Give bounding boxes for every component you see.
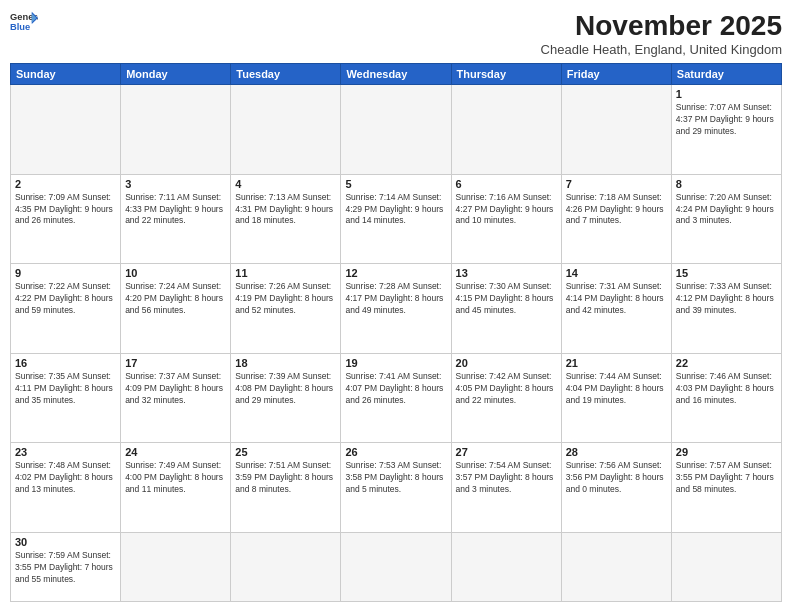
day-info: Sunrise: 7:54 AM Sunset: 3:57 PM Dayligh… bbox=[456, 460, 557, 496]
day-number: 22 bbox=[676, 357, 777, 369]
day-number: 25 bbox=[235, 446, 336, 458]
day-number: 4 bbox=[235, 178, 336, 190]
calendar-cell: 10Sunrise: 7:24 AM Sunset: 4:20 PM Dayli… bbox=[121, 264, 231, 354]
day-info: Sunrise: 7:42 AM Sunset: 4:05 PM Dayligh… bbox=[456, 371, 557, 407]
calendar-cell: 25Sunrise: 7:51 AM Sunset: 3:59 PM Dayli… bbox=[231, 443, 341, 533]
day-number: 10 bbox=[125, 267, 226, 279]
day-number: 21 bbox=[566, 357, 667, 369]
calendar-cell bbox=[231, 85, 341, 175]
calendar-cell: 23Sunrise: 7:48 AM Sunset: 4:02 PM Dayli… bbox=[11, 443, 121, 533]
day-info: Sunrise: 7:16 AM Sunset: 4:27 PM Dayligh… bbox=[456, 192, 557, 228]
calendar-cell: 12Sunrise: 7:28 AM Sunset: 4:17 PM Dayli… bbox=[341, 264, 451, 354]
day-number: 5 bbox=[345, 178, 446, 190]
logo-icon: General Blue bbox=[10, 10, 38, 32]
day-info: Sunrise: 7:53 AM Sunset: 3:58 PM Dayligh… bbox=[345, 460, 446, 496]
calendar-cell: 26Sunrise: 7:53 AM Sunset: 3:58 PM Dayli… bbox=[341, 443, 451, 533]
calendar-cell: 30Sunrise: 7:59 AM Sunset: 3:55 PM Dayli… bbox=[11, 533, 121, 602]
day-info: Sunrise: 7:18 AM Sunset: 4:26 PM Dayligh… bbox=[566, 192, 667, 228]
day-number: 3 bbox=[125, 178, 226, 190]
day-info: Sunrise: 7:26 AM Sunset: 4:19 PM Dayligh… bbox=[235, 281, 336, 317]
day-info: Sunrise: 7:09 AM Sunset: 4:35 PM Dayligh… bbox=[15, 192, 116, 228]
day-info: Sunrise: 7:51 AM Sunset: 3:59 PM Dayligh… bbox=[235, 460, 336, 496]
day-number: 20 bbox=[456, 357, 557, 369]
day-number: 2 bbox=[15, 178, 116, 190]
calendar-week-5: 23Sunrise: 7:48 AM Sunset: 4:02 PM Dayli… bbox=[11, 443, 782, 533]
day-info: Sunrise: 7:56 AM Sunset: 3:56 PM Dayligh… bbox=[566, 460, 667, 496]
calendar-cell: 2Sunrise: 7:09 AM Sunset: 4:35 PM Daylig… bbox=[11, 174, 121, 264]
calendar-cell bbox=[671, 533, 781, 602]
calendar-header-row: SundayMondayTuesdayWednesdayThursdayFrid… bbox=[11, 64, 782, 85]
day-number: 12 bbox=[345, 267, 446, 279]
calendar-cell: 28Sunrise: 7:56 AM Sunset: 3:56 PM Dayli… bbox=[561, 443, 671, 533]
calendar-cell bbox=[561, 533, 671, 602]
calendar-cell: 6Sunrise: 7:16 AM Sunset: 4:27 PM Daylig… bbox=[451, 174, 561, 264]
day-info: Sunrise: 7:11 AM Sunset: 4:33 PM Dayligh… bbox=[125, 192, 226, 228]
day-number: 11 bbox=[235, 267, 336, 279]
calendar-cell: 22Sunrise: 7:46 AM Sunset: 4:03 PM Dayli… bbox=[671, 353, 781, 443]
title-area: November 2025 Cheadle Heath, England, Un… bbox=[541, 10, 782, 57]
day-info: Sunrise: 7:28 AM Sunset: 4:17 PM Dayligh… bbox=[345, 281, 446, 317]
day-info: Sunrise: 7:49 AM Sunset: 4:00 PM Dayligh… bbox=[125, 460, 226, 496]
calendar-week-4: 16Sunrise: 7:35 AM Sunset: 4:11 PM Dayli… bbox=[11, 353, 782, 443]
day-info: Sunrise: 7:13 AM Sunset: 4:31 PM Dayligh… bbox=[235, 192, 336, 228]
day-info: Sunrise: 7:48 AM Sunset: 4:02 PM Dayligh… bbox=[15, 460, 116, 496]
day-number: 14 bbox=[566, 267, 667, 279]
calendar-cell bbox=[11, 85, 121, 175]
calendar-cell: 20Sunrise: 7:42 AM Sunset: 4:05 PM Dayli… bbox=[451, 353, 561, 443]
logo: General Blue bbox=[10, 10, 38, 32]
day-number: 27 bbox=[456, 446, 557, 458]
day-number: 16 bbox=[15, 357, 116, 369]
day-info: Sunrise: 7:44 AM Sunset: 4:04 PM Dayligh… bbox=[566, 371, 667, 407]
day-number: 28 bbox=[566, 446, 667, 458]
calendar-week-6: 30Sunrise: 7:59 AM Sunset: 3:55 PM Dayli… bbox=[11, 533, 782, 602]
calendar-cell bbox=[341, 533, 451, 602]
day-info: Sunrise: 7:24 AM Sunset: 4:20 PM Dayligh… bbox=[125, 281, 226, 317]
calendar-cell: 14Sunrise: 7:31 AM Sunset: 4:14 PM Dayli… bbox=[561, 264, 671, 354]
day-info: Sunrise: 7:39 AM Sunset: 4:08 PM Dayligh… bbox=[235, 371, 336, 407]
calendar-header-sunday: Sunday bbox=[11, 64, 121, 85]
day-number: 1 bbox=[676, 88, 777, 100]
day-info: Sunrise: 7:07 AM Sunset: 4:37 PM Dayligh… bbox=[676, 102, 777, 138]
calendar-cell: 27Sunrise: 7:54 AM Sunset: 3:57 PM Dayli… bbox=[451, 443, 561, 533]
day-info: Sunrise: 7:20 AM Sunset: 4:24 PM Dayligh… bbox=[676, 192, 777, 228]
calendar-header-tuesday: Tuesday bbox=[231, 64, 341, 85]
day-number: 24 bbox=[125, 446, 226, 458]
day-info: Sunrise: 7:31 AM Sunset: 4:14 PM Dayligh… bbox=[566, 281, 667, 317]
calendar-cell: 18Sunrise: 7:39 AM Sunset: 4:08 PM Dayli… bbox=[231, 353, 341, 443]
calendar-week-1: 1Sunrise: 7:07 AM Sunset: 4:37 PM Daylig… bbox=[11, 85, 782, 175]
day-info: Sunrise: 7:33 AM Sunset: 4:12 PM Dayligh… bbox=[676, 281, 777, 317]
header: General Blue November 2025 Cheadle Heath… bbox=[10, 10, 782, 57]
day-number: 26 bbox=[345, 446, 446, 458]
day-number: 17 bbox=[125, 357, 226, 369]
day-number: 7 bbox=[566, 178, 667, 190]
calendar-cell: 13Sunrise: 7:30 AM Sunset: 4:15 PM Dayli… bbox=[451, 264, 561, 354]
calendar-header-monday: Monday bbox=[121, 64, 231, 85]
day-info: Sunrise: 7:35 AM Sunset: 4:11 PM Dayligh… bbox=[15, 371, 116, 407]
day-info: Sunrise: 7:57 AM Sunset: 3:55 PM Dayligh… bbox=[676, 460, 777, 496]
day-number: 18 bbox=[235, 357, 336, 369]
location: Cheadle Heath, England, United Kingdom bbox=[541, 42, 782, 57]
calendar-cell bbox=[121, 85, 231, 175]
calendar-header-friday: Friday bbox=[561, 64, 671, 85]
calendar-header-wednesday: Wednesday bbox=[341, 64, 451, 85]
day-number: 29 bbox=[676, 446, 777, 458]
calendar-cell: 5Sunrise: 7:14 AM Sunset: 4:29 PM Daylig… bbox=[341, 174, 451, 264]
day-number: 9 bbox=[15, 267, 116, 279]
calendar-cell: 3Sunrise: 7:11 AM Sunset: 4:33 PM Daylig… bbox=[121, 174, 231, 264]
calendar-cell bbox=[231, 533, 341, 602]
calendar-cell: 1Sunrise: 7:07 AM Sunset: 4:37 PM Daylig… bbox=[671, 85, 781, 175]
day-info: Sunrise: 7:14 AM Sunset: 4:29 PM Dayligh… bbox=[345, 192, 446, 228]
calendar-week-2: 2Sunrise: 7:09 AM Sunset: 4:35 PM Daylig… bbox=[11, 174, 782, 264]
calendar-cell: 17Sunrise: 7:37 AM Sunset: 4:09 PM Dayli… bbox=[121, 353, 231, 443]
day-info: Sunrise: 7:22 AM Sunset: 4:22 PM Dayligh… bbox=[15, 281, 116, 317]
calendar-cell: 21Sunrise: 7:44 AM Sunset: 4:04 PM Dayli… bbox=[561, 353, 671, 443]
day-info: Sunrise: 7:41 AM Sunset: 4:07 PM Dayligh… bbox=[345, 371, 446, 407]
day-number: 8 bbox=[676, 178, 777, 190]
calendar-cell: 24Sunrise: 7:49 AM Sunset: 4:00 PM Dayli… bbox=[121, 443, 231, 533]
day-number: 6 bbox=[456, 178, 557, 190]
calendar-cell: 7Sunrise: 7:18 AM Sunset: 4:26 PM Daylig… bbox=[561, 174, 671, 264]
calendar-cell bbox=[451, 85, 561, 175]
calendar-cell: 15Sunrise: 7:33 AM Sunset: 4:12 PM Dayli… bbox=[671, 264, 781, 354]
calendar-header-saturday: Saturday bbox=[671, 64, 781, 85]
calendar-cell: 16Sunrise: 7:35 AM Sunset: 4:11 PM Dayli… bbox=[11, 353, 121, 443]
